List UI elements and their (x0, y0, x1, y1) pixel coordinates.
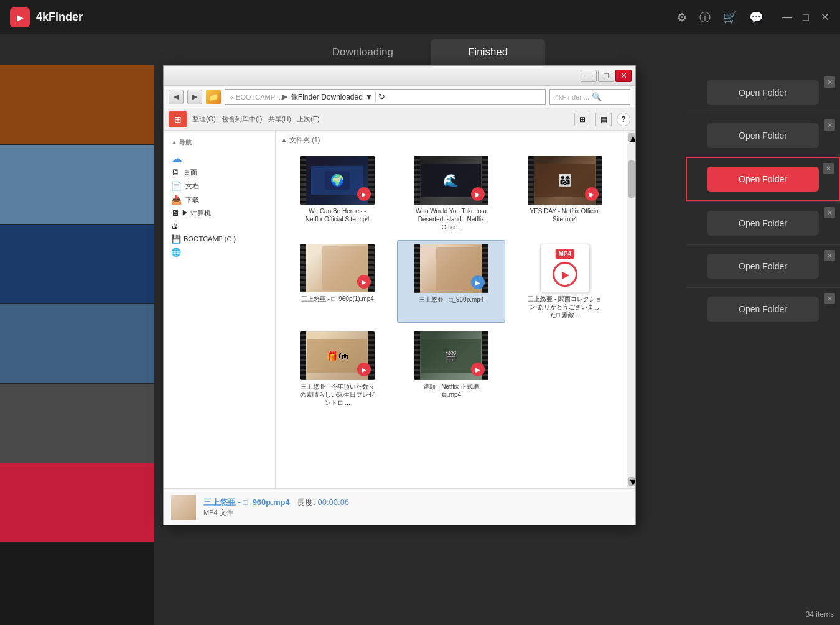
list-item[interactable] (0, 145, 154, 225)
fe-sidebar-item-downloads[interactable]: 📥 下载 (166, 193, 273, 206)
fe-status-thumb (171, 495, 196, 520)
close-button-1[interactable]: ✕ (824, 76, 835, 88)
right-panel-item-5: ✕ Open Folder (686, 244, 840, 287)
fe-organize-button[interactable]: ⊞ (169, 111, 187, 127)
open-folder-button-4[interactable]: Open Folder (707, 211, 819, 236)
open-folder-button-5[interactable]: Open Folder (707, 254, 819, 279)
tab-downloading[interactable]: Downloading (295, 39, 431, 65)
cloud-icon: ☁ (171, 152, 182, 165)
fe-status-filename: 三上悠亜 - □_960p.mp4 長度: 00:00:06 (203, 497, 628, 508)
fe-back-button[interactable]: ◀ (169, 90, 184, 104)
list-item[interactable] (0, 384, 154, 463)
list-item[interactable] (0, 225, 154, 304)
fe-address-bar: ◀ ▶ 📁 « BOOTCAMP ... ▶ 4kFinder Download… (164, 86, 635, 108)
film-strip-left-8 (414, 331, 420, 380)
chat-icon[interactable]: 💬 (749, 11, 763, 24)
close-button-4[interactable]: ✕ (824, 207, 835, 218)
fe-sidebar-item-printer[interactable]: 🖨 (166, 219, 273, 231)
fe-status-type: MP4 文件 (203, 508, 628, 517)
fe-thumb-1: 🌍 ▶ (300, 156, 375, 205)
open-folder-button-1[interactable]: Open Folder (707, 80, 819, 105)
fe-item-name-7: 三上悠亜 - 今年頂いた数々の素晴らしい誕生日プレゼントロ ... (300, 382, 375, 407)
fe-item-name-3: YES DAY - Netflix Official Site.mp4 (528, 207, 602, 223)
fe-minimize-button[interactable]: — (581, 70, 597, 82)
network-icon: 🌐 (171, 248, 181, 257)
open-folder-button-2[interactable]: Open Folder (707, 123, 819, 148)
fe-title-bar: — □ ✕ (164, 66, 635, 86)
printer-icon: 🖨 (171, 221, 179, 230)
title-bar-controls: ⚙ ⓘ 🛒 💬 — □ ✕ (677, 10, 830, 25)
fe-scroll-up[interactable]: ▲ (628, 133, 635, 142)
film-strip-left-2 (414, 156, 420, 205)
fe-scrollbar[interactable]: ▲ ▼ (627, 131, 635, 488)
settings-icon[interactable]: ⚙ (677, 11, 687, 24)
fe-address-input[interactable]: « BOOTCAMP ... ▶ 4kFinder Downloaded ▼ ↻ (225, 89, 546, 105)
close-button-2[interactable]: ✕ (824, 119, 835, 131)
left-sidebar (0, 65, 154, 625)
fe-sidebar-item-docs[interactable]: 📄 文档 (166, 179, 273, 193)
fe-sidebar-header: ▲ 导航 (166, 136, 273, 149)
fe-scroll-thumb[interactable] (628, 160, 635, 198)
mp4-label: MP4 (555, 249, 574, 259)
open-folder-button-3[interactable]: Open Folder (707, 167, 819, 192)
fe-search-input[interactable]: 4kFinder ... 🔍 (549, 89, 630, 105)
fe-sidebar-item-computer[interactable]: 🖥 ▶ 计算机 (166, 206, 273, 219)
fe-sidebar-item-cloud[interactable]: ☁ (166, 152, 273, 165)
fe-toolbar: ⊞ 整理(O) 包含到库中(I) 共享(H) 上次(E) ⊞ ▤ ? (164, 108, 635, 131)
play-badge-2[interactable]: ▶ (471, 187, 485, 201)
fe-close-button[interactable]: ✕ (615, 70, 632, 82)
fe-grid-item-8[interactable]: 🎬 ▶ 違願 - Netflix 正式網頁.mp4 (397, 328, 506, 410)
computer-icon: 🖥 (171, 208, 179, 218)
app-maximize-button[interactable]: □ (800, 12, 811, 23)
fe-grid-item-4[interactable]: ▶ 三上悠亜 - □_960p(1).mp4 (283, 240, 392, 323)
list-item[interactable] (0, 304, 154, 384)
close-button-6[interactable]: ✕ (824, 293, 835, 304)
fe-help-button[interactable]: ? (617, 113, 630, 126)
fe-item-name-6: 三上悠亜 - 関西コレクション ありがとうございました□ 素敵... (528, 295, 602, 319)
fe-sidebar-item-network[interactable]: 🌐 (166, 246, 273, 257)
play-badge-3[interactable]: ▶ (585, 187, 599, 201)
fe-maximize-button[interactable]: □ (598, 70, 614, 82)
items-count: 34 items (806, 610, 834, 619)
fe-list-view-button[interactable]: ▤ (595, 113, 612, 126)
fe-status-info: 三上悠亜 - □_960p.mp4 長度: 00:00:06 MP4 文件 (203, 497, 628, 517)
fe-body: ▲ 导航 ☁ 🖥 桌面 📄 文档 📥 下载 🖥 ▶ (164, 131, 635, 488)
film-strip-left-3 (528, 156, 534, 205)
list-item[interactable] (0, 65, 154, 145)
fe-thumb-5: ▶ (414, 244, 488, 293)
fe-view-button[interactable]: ⊞ (574, 113, 590, 126)
close-button-5[interactable]: ✕ (824, 250, 835, 261)
right-panel-item-6: ✕ Open Folder (686, 287, 840, 330)
app-logo (10, 7, 30, 27)
fe-grid-item-2[interactable]: 🌊 ▶ Who Would You Take to a Deserted Isl… (397, 152, 506, 235)
cart-icon[interactable]: 🛒 (723, 11, 737, 24)
film-strip-left-7 (300, 331, 306, 380)
fe-grid-item-6[interactable]: MP4 三上悠亜 - 関西コレクション ありがとうございました□ 素敵... (510, 240, 619, 323)
fe-grid-item-3[interactable]: 👨‍👩‍👧 ▶ YES DAY - Netflix Official Site.… (510, 152, 619, 235)
film-strip-left-5 (414, 244, 420, 293)
fe-scroll-down[interactable]: ▼ (628, 477, 635, 486)
fe-grid-item-7[interactable]: 🎁🛍 ▶ 三上悠亜 - 今年頂いた数々の素晴らしい誕生日プレゼントロ ... (283, 328, 392, 410)
fe-item-name-2: Who Would You Take to a Deserted Island … (414, 207, 488, 231)
fe-content-header: ▲ 文件夹 (1) (281, 136, 622, 145)
fe-sidebar-item-desktop[interactable]: 🖥 桌面 (166, 165, 273, 179)
app-close-button[interactable]: ✕ (819, 12, 830, 23)
fe-grid-item-5[interactable]: ▶ 三上悠亜 - □_960p.mp4 (397, 240, 506, 323)
right-panel-item-3: ✕ Open Folder (686, 157, 840, 201)
play-badge-8[interactable]: ▶ (471, 363, 485, 376)
info-icon[interactable]: ⓘ (699, 10, 711, 25)
fe-forward-button[interactable]: ▶ (187, 90, 202, 104)
play-badge-5[interactable]: ▶ (471, 275, 485, 289)
close-button-3[interactable]: ✕ (823, 163, 834, 174)
tab-finished[interactable]: Finished (431, 39, 545, 65)
app-minimize-button[interactable]: — (782, 12, 793, 23)
list-item[interactable] (0, 463, 154, 543)
desktop-icon: 🖥 (171, 167, 180, 177)
open-folder-button-6[interactable]: Open Folder (707, 297, 819, 322)
fe-grid-item-1[interactable]: 🌍 ▶ We Can Be Heroes - Netflix Official … (283, 152, 392, 235)
fe-sidebar-item-bootcamp[interactable]: 💾 BOOTCAMP (C:) (166, 231, 273, 246)
mp4-icon-bg: MP4 (540, 244, 590, 292)
fe-thumb-6-mp4: MP4 (528, 244, 602, 292)
fe-item-name-4: 三上悠亜 - □_960p(1).mp4 (301, 295, 374, 303)
fe-thumb-3: 👨‍👩‍👧 ▶ (528, 156, 602, 205)
